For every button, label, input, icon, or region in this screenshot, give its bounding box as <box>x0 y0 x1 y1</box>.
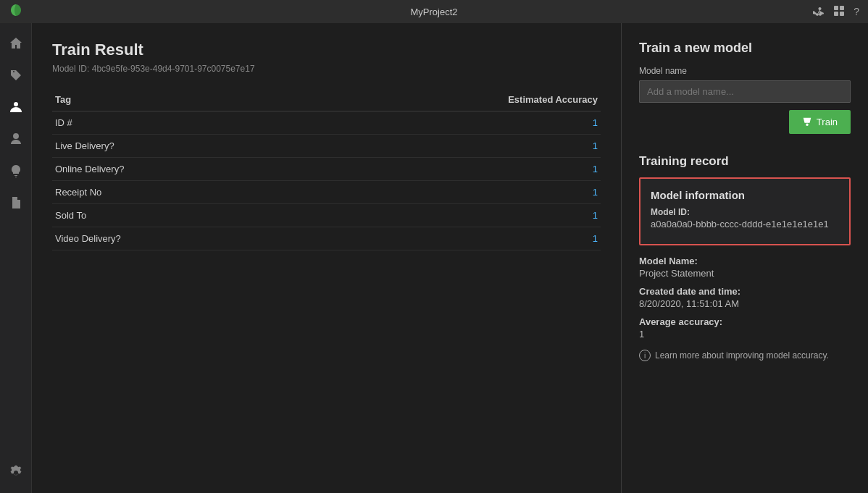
tag-cell: Live Delivery? <box>52 135 293 158</box>
accuracy-cell: 1 <box>293 135 601 158</box>
table-row: ID # 1 <box>52 111 601 135</box>
svg-point-4 <box>14 102 18 106</box>
card-model-id-label: Model ID: <box>651 207 839 217</box>
title-bar: MyProject2 ? <box>0 0 868 23</box>
train-new-title: Train a new model <box>639 41 851 56</box>
sidebar-item-model[interactable] <box>1 93 30 122</box>
model-name-input[interactable] <box>639 80 851 103</box>
tag-accuracy-table: Tag Estimated Accuracy ID # 1 Live Deliv… <box>52 88 601 250</box>
tag-cell: Video Delivery? <box>52 227 293 250</box>
left-panel: Train Result Model ID: 4bc9e5fe-953e-49d… <box>32 23 621 493</box>
share-icon[interactable] <box>813 5 825 19</box>
info-circle-icon: i <box>639 350 651 361</box>
avg-accuracy-label: Average accuracy: <box>639 316 851 327</box>
accuracy-cell: 1 <box>293 181 601 204</box>
card-model-id-value: a0a0a0a0-bbbb-cccc-dddd-e1e1e1e1e1e1 <box>651 219 839 229</box>
page-title: Train Result <box>52 41 601 59</box>
table-row: Live Delivery? 1 <box>52 135 601 158</box>
created-date-label: Created date and time: <box>639 286 851 297</box>
train-button-label: Train <box>817 117 838 127</box>
model-info-card: Model information Model ID: a0a0a0a0-bbb… <box>639 177 851 245</box>
sidebar-item-tag[interactable] <box>1 61 30 90</box>
accuracy-cell: 1 <box>293 227 601 250</box>
train-button[interactable]: Train <box>789 110 851 134</box>
table-row: Sold To 1 <box>52 204 601 227</box>
accuracy-cell: 1 <box>293 158 601 181</box>
training-record-section: Training record Model information Model … <box>639 154 851 361</box>
sidebar-item-bulb[interactable] <box>1 156 30 185</box>
layout-icon[interactable] <box>833 5 845 19</box>
learn-more-text: Learn more about improving model accurac… <box>655 350 829 361</box>
training-record-title: Training record <box>639 154 851 169</box>
model-name-row: Model Name: Project Statement <box>639 256 851 279</box>
sidebar-item-doc[interactable] <box>1 188 30 217</box>
tag-cell: ID # <box>52 111 293 135</box>
created-date-value: 8/20/2020, 11:51:01 AM <box>639 298 851 309</box>
tag-cell: Sold To <box>52 204 293 227</box>
col-accuracy-header: Estimated Accuracy <box>293 88 601 111</box>
title-bar-left <box>9 3 23 20</box>
meta-section: Model Name: Project Statement Created da… <box>639 256 851 361</box>
svg-rect-0 <box>834 6 838 10</box>
avg-accuracy-value: 1 <box>639 329 851 340</box>
svg-rect-1 <box>840 6 844 10</box>
model-id-value: 4bc9e5fe-953e-49d4-9701-97c0075e7e17 <box>92 64 255 74</box>
model-info-card-title: Model information <box>651 189 839 201</box>
col-tag-header: Tag <box>52 88 293 111</box>
table-row: Video Delivery? 1 <box>52 227 601 250</box>
table-row: Receipt No 1 <box>52 181 601 204</box>
help-icon[interactable]: ? <box>854 6 859 17</box>
meta-model-name-value: Project Statement <box>639 268 851 279</box>
model-name-label: Model name <box>639 66 851 76</box>
app-title: MyProject2 <box>410 7 457 17</box>
model-id-display: Model ID: 4bc9e5fe-953e-49d4-9701-97c007… <box>52 64 601 74</box>
avg-accuracy-row: Average accuracy: 1 <box>639 316 851 340</box>
svg-rect-3 <box>840 12 844 16</box>
accuracy-cell: 1 <box>293 111 601 135</box>
created-date-row: Created date and time: 8/20/2020, 11:51:… <box>639 286 851 309</box>
meta-model-name-label: Model Name: <box>639 256 851 266</box>
table-row: Online Delivery? 1 <box>52 158 601 181</box>
app-logo-icon <box>9 3 23 20</box>
right-panel: Train a new model Model name Train Train… <box>622 23 868 493</box>
accuracy-cell: 1 <box>293 204 601 227</box>
tag-cell: Receipt No <box>52 181 293 204</box>
tag-cell: Online Delivery? <box>52 158 293 181</box>
sidebar-item-settings[interactable] <box>1 458 30 487</box>
train-button-icon <box>802 116 812 128</box>
sidebar-item-connections[interactable] <box>1 125 30 153</box>
model-id-label: Model ID: <box>52 64 89 74</box>
svg-rect-2 <box>834 12 838 16</box>
learn-more-row[interactable]: i Learn more about improving model accur… <box>639 350 851 361</box>
sidebar <box>0 23 32 493</box>
title-bar-actions: ? <box>813 5 859 19</box>
sidebar-item-home[interactable] <box>1 29 30 58</box>
